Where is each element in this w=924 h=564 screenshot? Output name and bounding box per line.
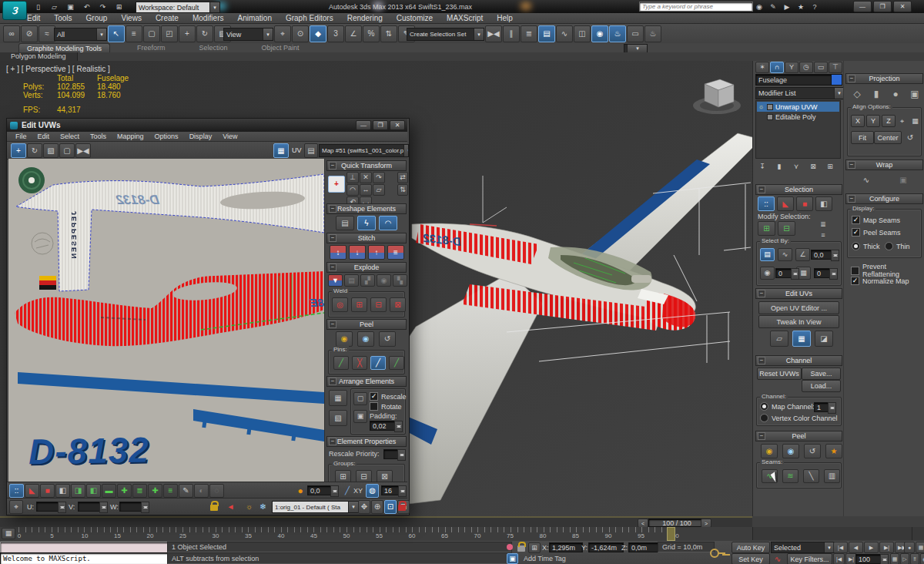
vertex-mode-icon[interactable]: :: — [758, 196, 775, 211]
pack-custom-icon[interactable]: ▧ — [329, 410, 347, 426]
rotate-angle-spinner[interactable] — [330, 485, 339, 497]
freeze-icon[interactable]: ❄ — [256, 500, 270, 514]
current-frame-spinner[interactable] — [880, 554, 889, 564]
element-mode-icon[interactable]: ◧ — [815, 196, 832, 211]
menu-item[interactable]: MAXScript — [440, 13, 490, 24]
reference-coordinate-arrow-icon[interactable]: ▾ — [263, 29, 273, 40]
quick-peel-icon[interactable]: ◉ — [336, 331, 353, 347]
pin-stack-icon[interactable]: ↧ — [755, 161, 769, 173]
configure-modifier-sets-icon[interactable]: ⊞ — [823, 161, 837, 173]
uv-zoom-region-icon[interactable]: ⊡ — [384, 500, 397, 514]
select-by-sphere-spinner[interactable] — [791, 268, 799, 280]
soft-selection-icon[interactable]: ◐ — [194, 484, 209, 498]
collapse-icon[interactable]: − — [329, 234, 336, 242]
collapse-icon[interactable]: − — [848, 195, 855, 203]
track-bar[interactable]: 0510152025303540455055606570758085909510… — [0, 527, 924, 542]
ramp-icon[interactable]: ◪ — [815, 331, 833, 347]
u-spinner[interactable] — [58, 502, 66, 513]
shrink-selection-icon[interactable]: ▬ — [102, 484, 116, 498]
select-and-link-icon[interactable]: ∞ — [3, 25, 20, 42]
uv-move-icon[interactable]: + — [11, 143, 26, 158]
menu-item[interactable]: Modifiers — [186, 13, 231, 24]
select-and-manipulate-icon[interactable]: ⌖ — [274, 25, 291, 42]
sign-in-icon[interactable]: ▶ — [781, 2, 793, 12]
menu-item[interactable]: Animation — [230, 13, 278, 24]
menu-item[interactable]: Help — [490, 13, 520, 24]
collapse-icon[interactable]: − — [848, 75, 855, 82]
selection-filter-arrow-icon[interactable]: ▾ — [96, 29, 106, 40]
point-to-point-seam-icon[interactable]: ≋ — [782, 469, 798, 483]
plane-label[interactable]: XY — [353, 486, 363, 495]
relax-until-flat-icon[interactable]: ▤ — [336, 216, 354, 230]
filter-selected-faces-icon[interactable]: ◄ — [224, 500, 237, 514]
pack-together-icon[interactable]: ▣ — [353, 410, 367, 423]
select-by-polyline-icon[interactable]: ∿ — [778, 248, 792, 261]
uvw-menu-item[interactable]: File — [10, 131, 32, 142]
vertex-color-radio[interactable]: Vertex Color Channel — [760, 414, 838, 422]
qt-align-horizontal-icon[interactable]: ↔ — [360, 184, 372, 196]
fit-button[interactable]: Fit — [851, 131, 874, 144]
select-loop-icon[interactable]: ≣ — [132, 484, 147, 498]
spherical-map-icon[interactable]: ● — [887, 86, 904, 101]
auto-key-button[interactable]: Auto Key — [732, 542, 770, 553]
menu-item[interactable]: Views — [114, 13, 149, 24]
qt-box-align-icon[interactable]: ▱ — [373, 184, 385, 196]
cylindrical-map-icon[interactable]: ▮ — [868, 86, 885, 101]
uvw-peel-header[interactable]: − Peel — [326, 319, 407, 330]
prev-frame-icon[interactable]: ◀ — [849, 542, 863, 553]
workspace-arrow-icon[interactable]: ▾ — [209, 2, 219, 12]
save-file-icon[interactable]: ▣ — [63, 1, 78, 14]
thin-radio[interactable]: Thin — [885, 242, 910, 250]
material-editor-icon[interactable]: ◉ — [591, 25, 608, 42]
align-x-button[interactable]: X — [851, 115, 865, 127]
select-by-sphere-icon[interactable]: ◉ — [760, 267, 775, 280]
configure-header[interactable]: − Configure — [845, 193, 923, 204]
uv-mirror-icon[interactable]: ▶◀ — [75, 143, 91, 158]
tweak-in-view-button[interactable]: Tweak In View — [758, 315, 839, 328]
uv-freeform-mode-icon[interactable]: ▢ — [59, 143, 75, 158]
viewport-label[interactable]: [ + ] [ Perspective ] [ Realistic ] — [6, 65, 110, 74]
time-config-icon[interactable]: ▦ — [890, 553, 899, 564]
absolute-mode-icon[interactable]: ⌖ — [9, 500, 23, 514]
communication-center-icon[interactable]: ✎ — [767, 2, 779, 12]
best-align-icon[interactable]: ▦ — [909, 115, 921, 127]
save-uvws-button[interactable]: Save... — [802, 368, 841, 380]
key-mode-icon[interactable]: ● — [904, 542, 915, 553]
object-color-swatch[interactable] — [831, 74, 842, 86]
menu-item[interactable]: Create — [149, 13, 186, 24]
menu-item[interactable]: Graph Editors — [279, 13, 340, 24]
stitch-to-average-icon[interactable]: ≡ — [387, 245, 404, 260]
object-name-field[interactable]: Fuselage — [755, 74, 835, 86]
qt-space-vertical-icon[interactable]: ⇅ — [397, 184, 408, 196]
align-icon[interactable]: ∥ — [503, 25, 520, 42]
uv-channel-label[interactable]: UV — [292, 146, 302, 155]
pan-lock-icon[interactable] — [398, 505, 406, 511]
flatten-by-angle-icon[interactable]: ▤ — [344, 274, 359, 287]
pin-selected-icon[interactable]: ╱ — [370, 356, 386, 370]
key-selection-dropdown[interactable]: Selected ▾ — [771, 542, 835, 553]
snaps-toggle-icon[interactable]: ◆ — [310, 25, 326, 42]
select-by-angle-spinner[interactable] — [831, 250, 839, 261]
reset-peel-icon[interactable]: ↺ — [804, 444, 821, 458]
next-frame-icon[interactable]: ▶| — [879, 542, 894, 553]
tweak-mode-icon[interactable]: ▦ — [792, 331, 811, 347]
align-y-button[interactable]: Y — [866, 115, 880, 127]
play-icon[interactable]: ▶ — [864, 542, 879, 553]
convert-edge-to-seam-icon[interactable]: ╲ — [803, 469, 819, 483]
utilities-tab-icon[interactable]: ⊤ — [829, 62, 842, 73]
hide-icon[interactable]: ☼ — [243, 500, 256, 514]
box-map-icon[interactable]: ▣ — [906, 86, 923, 101]
planar-map-icon[interactable]: ◇ — [849, 86, 865, 101]
collapse-icon[interactable]: − — [848, 161, 855, 169]
display-tab-icon[interactable]: ▭ — [814, 62, 828, 73]
center-button[interactable]: Center — [874, 131, 902, 144]
uvw-menu-item[interactable]: View — [217, 131, 243, 142]
time-tag-icon[interactable]: ▣ — [507, 553, 518, 564]
uv-rotate-icon[interactable]: ↻ — [27, 143, 42, 158]
menu-item[interactable]: Customize — [390, 13, 440, 24]
max-logo[interactable]: Ɜ — [2, 1, 27, 20]
close-button[interactable]: ✕ — [893, 1, 912, 12]
select-and-move-icon[interactable]: + — [179, 25, 196, 42]
thick-radio[interactable]: Thick — [852, 242, 880, 250]
uvw-menu-item[interactable]: Edit — [32, 131, 55, 142]
